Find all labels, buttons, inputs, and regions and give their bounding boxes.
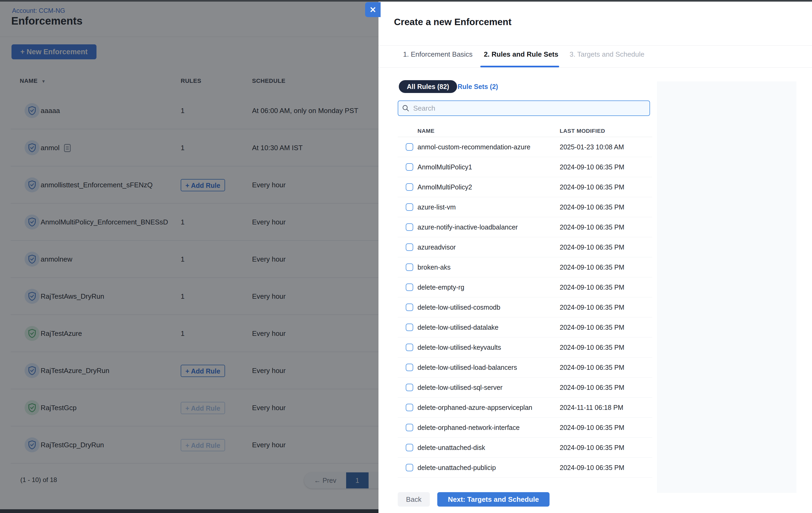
rule-checkbox[interactable]	[406, 223, 413, 231]
rule-last-modified: 2024-09-10 06:35 PM	[560, 197, 625, 217]
rule-last-modified: 2024-09-10 06:35 PM	[560, 458, 625, 478]
rule-checkbox[interactable]	[406, 404, 413, 411]
rule-row: delete-orphaned-azure-appserviceplan 202…	[398, 398, 652, 418]
rule-row: delete-empty-rg 2024-09-10 06:35 PM	[398, 277, 652, 297]
rule-last-modified: 2024-09-10 06:35 PM	[560, 418, 625, 437]
rule-row: azure-notify-inactive-loadbalancer 2024-…	[398, 217, 652, 237]
rule-last-modified: 2024-09-10 06:35 PM	[560, 337, 625, 358]
rule-checkbox[interactable]	[406, 304, 413, 311]
wizard-steps: 1. Enforcement Basics 2. Rules and Rule …	[403, 50, 644, 59]
rule-checkbox[interactable]	[406, 283, 413, 291]
rule-last-modified: 2024-09-10 06:35 PM	[560, 277, 625, 297]
window-top-strip	[0, 0, 812, 2]
create-enforcement-modal: ✕ Create a new Enforcement 1. Enforcemen…	[378, 0, 812, 513]
rule-name: delete-low-utilised-keyvaults	[417, 337, 501, 358]
rule-last-modified: 2024-09-10 06:35 PM	[560, 257, 625, 277]
rule-last-modified: 2024-09-10 06:35 PM	[560, 177, 625, 197]
rule-last-modified: 2024-09-10 06:35 PM	[560, 217, 625, 237]
rule-last-modified: 2025-01-23 10:08 AM	[560, 137, 624, 157]
rule-name: delete-orphaned-azure-appserviceplan	[417, 398, 532, 418]
rule-checkbox[interactable]	[406, 143, 413, 151]
rule-row: AnmolMultiPolicy1 2024-09-10 06:35 PM	[398, 157, 652, 177]
rule-name: delete-unattached-publicip	[417, 458, 496, 478]
rules-column-header-modified: LAST MODIFIED	[560, 128, 605, 134]
search-input[interactable]	[413, 104, 646, 113]
rule-name: azure-notify-inactive-loadbalancer	[417, 217, 518, 237]
next-targets-schedule-button[interactable]: Next: Targets and Schedule	[437, 492, 550, 507]
rule-name: delete-low-utilised-sql-server	[417, 378, 502, 398]
rule-row: azureadvisor 2024-09-10 06:35 PM	[398, 237, 652, 257]
rule-checkbox[interactable]	[406, 364, 413, 371]
rule-checkbox[interactable]	[406, 203, 413, 211]
rule-checkbox[interactable]	[406, 384, 413, 391]
rule-checkbox[interactable]	[406, 324, 413, 331]
close-icon: ✕	[369, 5, 376, 14]
rule-checkbox[interactable]	[406, 424, 413, 431]
screen: Account: CCM-NG Enforcements + New Enfor…	[0, 0, 812, 513]
rule-row: delete-orphaned-network-interface 2024-0…	[398, 418, 652, 437]
search-box[interactable]	[398, 100, 650, 116]
rule-name: delete-low-utilised-load-balancers	[417, 358, 517, 378]
rule-last-modified: 2024-09-10 06:35 PM	[560, 157, 625, 177]
step-targets-and-schedule: 3. Targets and Schedule	[570, 50, 644, 59]
rule-last-modified: 2024-09-10 06:35 PM	[560, 297, 625, 318]
step-enforcement-basics[interactable]: 1. Enforcement Basics	[403, 50, 472, 59]
rule-row: delete-low-utilised-datalake 2024-09-10 …	[398, 318, 652, 337]
rule-checkbox[interactable]	[406, 163, 413, 171]
rule-row: delete-unattached-publicip 2024-09-10 06…	[398, 458, 652, 478]
rule-name: delete-orphaned-network-interface	[417, 418, 520, 437]
rule-checkbox[interactable]	[406, 183, 413, 191]
rule-name: delete-low-utilised-cosmodb	[417, 297, 500, 318]
rule-checkbox[interactable]	[406, 264, 413, 271]
all-rules-filter-chip[interactable]: All Rules (82)	[399, 80, 457, 93]
rule-last-modified: 2024-09-10 06:35 PM	[560, 237, 625, 257]
rule-row: AnmolMultiPolicy2 2024-09-10 06:35 PM	[398, 177, 652, 197]
rule-name: azure-list-vm	[417, 197, 456, 217]
rule-row: delete-unattached-disk 2024-09-10 06:35 …	[398, 437, 652, 458]
rule-name: delete-unattached-disk	[417, 437, 485, 458]
tabbar-bottom-border	[378, 67, 812, 68]
step-rules-and-rule-sets[interactable]: 2. Rules and Rule Sets	[484, 50, 558, 59]
rule-name: delete-low-utilised-datalake	[417, 318, 498, 337]
rule-checkbox[interactable]	[406, 243, 413, 251]
rule-checkbox[interactable]	[406, 343, 413, 351]
rule-name: azureadvisor	[417, 237, 456, 257]
rule-checkbox[interactable]	[406, 444, 413, 451]
back-button[interactable]: Back	[398, 492, 430, 507]
rule-name: broken-aks	[417, 257, 451, 277]
rule-last-modified: 2024-09-10 06:35 PM	[560, 358, 625, 378]
rule-row: delete-low-utilised-keyvaults 2024-09-10…	[398, 337, 652, 358]
rule-name: AnmolMultiPolicy1	[417, 157, 472, 177]
rule-name: delete-empty-rg	[417, 277, 464, 297]
rule-name: AnmolMultiPolicy2	[417, 177, 472, 197]
rule-sets-filter-chip[interactable]: Rule Sets (2)	[455, 80, 501, 93]
rule-row: broken-aks 2024-09-10 06:35 PM	[398, 257, 652, 277]
rules-column-header-name: NAME	[417, 128, 435, 134]
rule-row: delete-low-utilised-cosmodb 2024-09-10 0…	[398, 297, 652, 318]
preview-side-panel	[657, 82, 796, 493]
rule-row: azure-list-vm 2024-09-10 06:35 PM	[398, 197, 652, 217]
close-button[interactable]: ✕	[365, 2, 381, 17]
rule-last-modified: 2024-11-11 06:18 PM	[560, 398, 623, 418]
rules-table: anmol-custom-recommendation-azure 2025-0…	[398, 137, 652, 478]
rule-last-modified: 2024-09-10 06:35 PM	[560, 318, 625, 337]
rule-row: delete-low-utilised-sql-server 2024-09-1…	[398, 378, 652, 398]
rule-last-modified: 2024-09-10 06:35 PM	[560, 378, 625, 398]
rule-last-modified: 2024-09-10 06:35 PM	[560, 437, 625, 458]
search-icon	[402, 104, 409, 112]
rule-row: anmol-custom-recommendation-azure 2025-0…	[398, 137, 652, 157]
rule-checkbox[interactable]	[406, 464, 413, 471]
modal-title: Create a new Enforcement	[394, 17, 512, 27]
rule-row: delete-low-utilised-load-balancers 2024-…	[398, 358, 652, 378]
tabbar-top-border	[378, 46, 812, 46]
rule-name: anmol-custom-recommendation-azure	[417, 137, 530, 157]
